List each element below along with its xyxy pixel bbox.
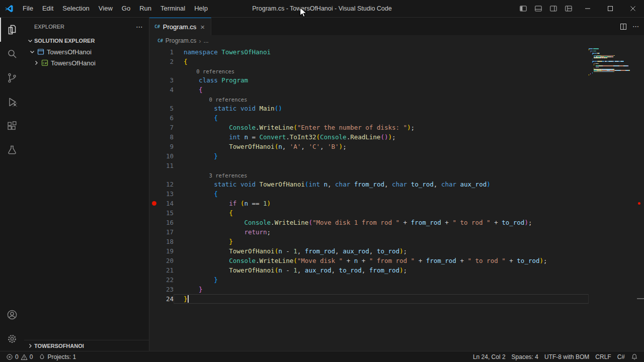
split-editor-icon[interactable]	[619, 23, 627, 31]
code-line-20[interactable]: 20 Console.WriteLine("Move disk " + n + …	[149, 256, 589, 265]
chevron-right-icon	[32, 59, 40, 67]
code-line-24[interactable]: 24}	[149, 294, 589, 304]
breadcrumb-symbol[interactable]: ...	[204, 37, 209, 44]
glyph-margin[interactable]	[149, 161, 158, 170]
activitybar-settings-icon[interactable]	[0, 327, 24, 351]
code-line-8[interactable]: 8 int n = Convert.ToInt32(Console.ReadLi…	[149, 132, 589, 142]
more-actions-icon[interactable]: ⋯	[136, 23, 143, 31]
glyph-margin[interactable]	[149, 189, 158, 199]
close-window-button[interactable]	[621, 0, 644, 18]
code-line-18[interactable]: 18 }	[149, 237, 589, 246]
section-solution-explorer[interactable]: SOLUTION EXPLORER	[24, 35, 149, 46]
toggle-primary-sidebar-icon[interactable]	[516, 3, 531, 15]
menu-go[interactable]: Go	[117, 0, 135, 17]
menu-selection[interactable]: Selection	[58, 0, 94, 17]
encoding-status[interactable]: UTF-8 with BOM	[541, 351, 592, 362]
code-line-21[interactable]: 21 TowerOfHanoi(n - 1, aux_rod, to_rod, …	[149, 265, 589, 275]
code-line-2[interactable]: 2{	[149, 57, 589, 66]
glyph-margin[interactable]	[149, 237, 158, 246]
activitybar-testing-icon[interactable]	[0, 138, 24, 162]
editor-more-actions-icon[interactable]: ⋯	[632, 23, 639, 30]
code-line-5[interactable]: 5 static void Main()	[149, 104, 589, 113]
glyph-margin[interactable]	[149, 294, 158, 304]
glyph-margin[interactable]	[149, 85, 158, 95]
code-line-16[interactable]: 16 Console.WriteLine("Move disk 1 from r…	[149, 218, 589, 227]
glyph-margin[interactable]	[149, 151, 158, 161]
code-text: TowerOfHanoi(n, 'A', 'C', 'B');	[184, 142, 347, 151]
activitybar-search-icon[interactable]	[0, 42, 24, 66]
toggle-panel-icon[interactable]	[531, 3, 546, 15]
glyph-margin[interactable]	[149, 218, 158, 227]
breadcrumb-file[interactable]: Program.cs	[166, 37, 196, 44]
notifications-status[interactable]	[628, 351, 641, 362]
menu-edit[interactable]: Edit	[38, 0, 58, 17]
eol-status[interactable]: CRLF	[592, 351, 614, 362]
toggle-secondary-sidebar-icon[interactable]	[546, 3, 561, 15]
customize-layout-icon[interactable]	[561, 3, 576, 15]
code-line-11[interactable]: 11	[149, 161, 589, 170]
code-line-19[interactable]: 19 TowerOfHanoi(n - 1, from_rod, aux_rod…	[149, 246, 589, 256]
glyph-margin[interactable]	[149, 179, 158, 189]
glyph-margin[interactable]	[149, 246, 158, 256]
codelens-references[interactable]: 0 references	[149, 95, 589, 104]
menu-terminal[interactable]: Terminal	[156, 0, 190, 17]
close-tab-icon[interactable]: ×	[199, 23, 206, 31]
glyph-margin[interactable]	[149, 275, 158, 285]
language-mode-status[interactable]: C#	[614, 351, 628, 362]
activitybar-extensions-icon[interactable]	[0, 114, 24, 138]
glyph-margin[interactable]	[149, 104, 158, 113]
maximize-button[interactable]	[599, 0, 621, 18]
code-line-10[interactable]: 10 }	[149, 151, 589, 161]
code-line-1[interactable]: 1namespace TowersOfHanoi	[149, 47, 589, 57]
codelens-references[interactable]: 3 references	[149, 170, 589, 179]
section-towersofhanoi[interactable]: TOWERSOFHANOI	[24, 340, 149, 351]
code-line-14[interactable]: 14 if (n == 1)	[149, 199, 589, 208]
csharp-projects-status[interactable]: Projects: 1	[36, 351, 79, 362]
glyph-margin[interactable]	[149, 132, 158, 142]
glyph-margin[interactable]	[149, 57, 158, 66]
glyph-margin[interactable]	[149, 227, 158, 237]
menu-run[interactable]: Run	[135, 0, 156, 17]
glyph-margin[interactable]	[149, 265, 158, 275]
activitybar-explorer-icon[interactable]	[0, 18, 24, 42]
glyph-margin[interactable]	[149, 75, 158, 85]
tree-item-towersofhanoi-l0[interactable]: TowersOfHanoi	[24, 46, 149, 57]
code-line-6[interactable]: 6 {	[149, 113, 589, 123]
glyph-margin[interactable]	[149, 256, 158, 265]
code-line-13[interactable]: 13 {	[149, 189, 589, 199]
code-line-23[interactable]: 23 }	[149, 285, 589, 294]
glyph-margin[interactable]	[149, 47, 158, 57]
indentation-status[interactable]: Spaces: 4	[509, 351, 541, 362]
code-line-9[interactable]: 9 TowerOfHanoi(n, 'A', 'C', 'B');	[149, 142, 589, 151]
tab-program-cs[interactable]: C# Program.cs ×	[149, 18, 211, 35]
text-cursor	[188, 295, 189, 303]
problems-status[interactable]: 0 0	[3, 351, 36, 362]
code-line-15[interactable]: 15 {	[149, 208, 589, 218]
activitybar-source-control-icon[interactable]	[0, 66, 24, 90]
overview-ruler[interactable]	[637, 46, 644, 351]
menu-view[interactable]: View	[94, 0, 117, 17]
code-editor[interactable]: 1namespace TowersOfHanoi2{ 0 references3…	[149, 46, 644, 351]
breakpoint-icon[interactable]	[149, 199, 158, 208]
code-line-17[interactable]: 17 return;	[149, 227, 589, 237]
menu-help[interactable]: Help	[190, 0, 212, 17]
cursor-position-status[interactable]: Ln 24, Col 2	[470, 351, 509, 362]
glyph-margin[interactable]	[149, 142, 158, 151]
glyph-margin[interactable]	[149, 208, 158, 218]
code-line-7[interactable]: 7 Console.WriteLine("Enter the number of…	[149, 123, 589, 132]
code-line-22[interactable]: 22 }	[149, 275, 589, 285]
glyph-margin[interactable]	[149, 123, 158, 132]
code-line-3[interactable]: 3 class Program	[149, 75, 589, 85]
minimap[interactable]	[589, 48, 637, 351]
menu-file[interactable]: File	[18, 0, 38, 17]
code-text: TowerOfHanoi(n - 1, from_rod, aux_rod, t…	[184, 246, 407, 256]
code-line-4[interactable]: 4 {	[149, 85, 589, 95]
glyph-margin[interactable]	[149, 285, 158, 294]
activitybar-accounts-icon[interactable]	[0, 303, 24, 327]
tree-item-towersofhanoi-l1[interactable]: C#TowersOfHanoi	[24, 57, 149, 68]
activitybar-run-debug-icon[interactable]	[0, 90, 24, 114]
codelens-references[interactable]: 0 references	[149, 66, 589, 75]
code-line-12[interactable]: 12 static void TowerOfHanoi(int n, char …	[149, 179, 589, 189]
minimize-button[interactable]	[576, 0, 599, 18]
glyph-margin[interactable]	[149, 113, 158, 123]
